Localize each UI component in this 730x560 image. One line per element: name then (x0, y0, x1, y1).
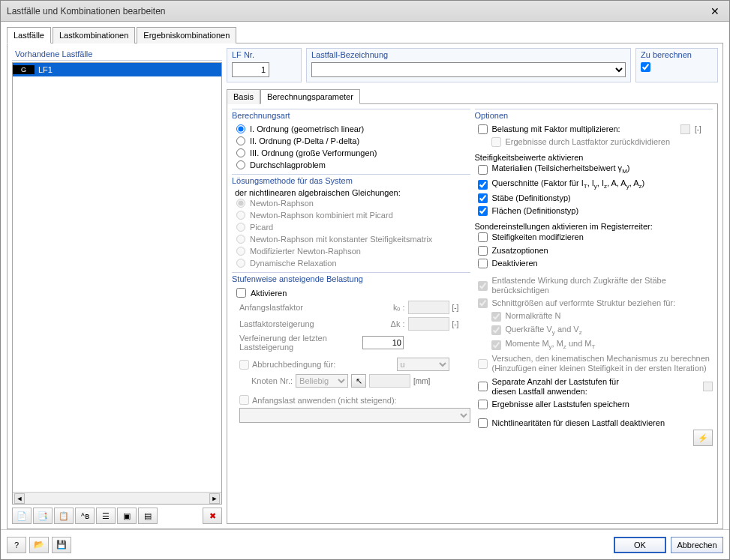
opt-defstruct (478, 298, 488, 308)
special-header: Sondereinstellungen aktivieren im Regist… (475, 222, 713, 231)
lfnr-input[interactable] (232, 62, 269, 77)
row-label: LF1 (35, 65, 221, 74)
tabstrip: Lastfälle Lastkombinationen Ergebniskomb… (7, 26, 723, 43)
opt-extra[interactable] (478, 246, 488, 256)
edit-icon[interactable]: 📋 (54, 508, 74, 524)
activate-increment[interactable]: Aktivieren (232, 286, 470, 299)
opt-modstiff[interactable] (478, 232, 488, 242)
refine-input[interactable] (362, 336, 404, 349)
subtab-params[interactable]: Berechnungsparameter (260, 89, 360, 104)
calc-type-header: Berechnungsart (232, 111, 470, 123)
left-header: Vorhandene Lastfälle (12, 48, 222, 61)
subtab-basis[interactable]: Basis (227, 89, 260, 104)
solver-picard: Picard (232, 221, 470, 233)
steps-input (703, 382, 713, 391)
radio-order3[interactable]: III. Ordnung (große Verformungen) (232, 147, 470, 159)
options-header: Optionen (475, 111, 713, 123)
opt-bars[interactable] (478, 193, 488, 203)
list-row[interactable]: G LF1 (13, 63, 221, 76)
solver-mnr: Modifizierter Newton-Raphson (232, 245, 470, 257)
lfnr-label: LF Nr. (232, 50, 296, 59)
footer: ? 📂 💾 OK Abbrechen (1, 529, 729, 559)
initload-sel (239, 408, 470, 423)
node-label: Knoten Nr.: (239, 376, 293, 385)
bezeichnung-select[interactable] (311, 62, 626, 77)
pick-node-icon: ↖ (351, 374, 366, 388)
opt-nonlin-deact[interactable] (478, 418, 488, 428)
initial-factor-label: Anfangslastfaktor (239, 303, 390, 312)
opt-multiply[interactable] (478, 124, 488, 134)
save-icon[interactable]: 💾 (52, 537, 71, 553)
calc-checkbox[interactable] (641, 62, 650, 72)
refine-label: Verfeinerung der letzten Laststeigerung (239, 334, 359, 352)
opt-relief (478, 281, 488, 291)
radio-order1[interactable]: I. Ordnung (geometrisch linear) (232, 123, 470, 135)
rename-icon[interactable]: ᴬʙ (75, 508, 95, 524)
opt-materials[interactable] (478, 165, 488, 175)
opt-cross[interactable] (478, 180, 488, 190)
opt-moment (491, 340, 501, 350)
solver-nrks: Newton-Raphson mit konstanter Steifigkei… (232, 233, 470, 245)
opt-kinematic (478, 359, 488, 369)
new-icon[interactable]: 📄 (12, 508, 32, 524)
solver-nr: Newton-Raphson (232, 197, 470, 209)
bezeichnung-label: Lastfall-Bezeichnung (311, 50, 626, 59)
row-tag: G (13, 65, 35, 74)
scroll-right-icon[interactable]: ► (209, 493, 220, 504)
flash-icon[interactable]: ⚡ (693, 430, 713, 446)
opt-separate-steps[interactable] (478, 382, 488, 391)
sort-icon[interactable]: ☰ (96, 508, 116, 524)
solver-desc: der nichtlinearen algebraischen Gleichun… (232, 188, 470, 197)
solver-dynrel: Dynamische Relaxation (232, 257, 470, 269)
h-scrollbar[interactable]: ◄ ► (13, 492, 221, 504)
factor-input (680, 124, 690, 134)
solver-nrp: Newton-Raphson kombiniert mit Picard (232, 209, 470, 221)
opt-divback (491, 137, 501, 147)
k0-input (408, 301, 449, 314)
opt-deact[interactable] (478, 259, 488, 268)
dk-input (408, 317, 449, 331)
help-icon[interactable]: ? (7, 537, 26, 553)
stiffness-header: Steifigkeitsbeiwerte aktivieren (475, 153, 713, 162)
scroll-left-icon[interactable]: ◄ (14, 493, 25, 504)
initload-check (239, 395, 249, 405)
opt-shear (491, 325, 501, 335)
cancel-button[interactable]: Abbrechen (671, 537, 723, 553)
radio-snap[interactable]: Durchschlagproblem (232, 159, 470, 171)
list-toolbar: 📄 📑 📋 ᴬʙ ☰ ▣ ▤ ✖ (12, 508, 222, 524)
tab-lastfaelle[interactable]: Lastfälle (7, 27, 51, 43)
tab-lastkombinationen[interactable]: Lastkombinationen (53, 27, 135, 43)
solver-header: Lösungsmethode für das System (232, 176, 470, 188)
open-icon[interactable]: 📂 (29, 537, 49, 553)
radio-order2[interactable]: II. Ordnung (P-Delta / P-delta) (232, 135, 470, 147)
opt-surfaces[interactable] (478, 206, 488, 216)
select-icon[interactable]: ▣ (117, 508, 137, 524)
titlebar: Lastfälle und Kombinationen bearbeiten ✕ (1, 1, 729, 22)
loadcase-list[interactable]: G LF1 ◄ ► (12, 62, 222, 505)
tab-ergebniskombinationen[interactable]: Ergebniskombinationen (137, 27, 236, 43)
abort-sel: u (397, 358, 449, 371)
increment-header: Stufenweise ansteigende Belastung (232, 274, 470, 286)
highlight-icon[interactable]: ▤ (138, 508, 158, 524)
node-val (369, 374, 410, 388)
ok-button[interactable]: OK (614, 537, 666, 553)
close-icon[interactable]: ✕ (707, 4, 723, 18)
abort-check (239, 360, 249, 370)
delete-icon[interactable]: ✖ (203, 508, 222, 524)
opt-normal (491, 312, 501, 322)
copy-icon[interactable]: 📑 (33, 508, 53, 524)
node-sel: Beliebig (296, 374, 348, 388)
calc-label: Zu berechnen (641, 50, 713, 59)
step-label: Lastfaktorsteigerung (239, 319, 388, 328)
window-title: Lastfälle und Kombinationen bearbeiten (7, 6, 166, 16)
opt-save-all[interactable] (478, 400, 488, 409)
